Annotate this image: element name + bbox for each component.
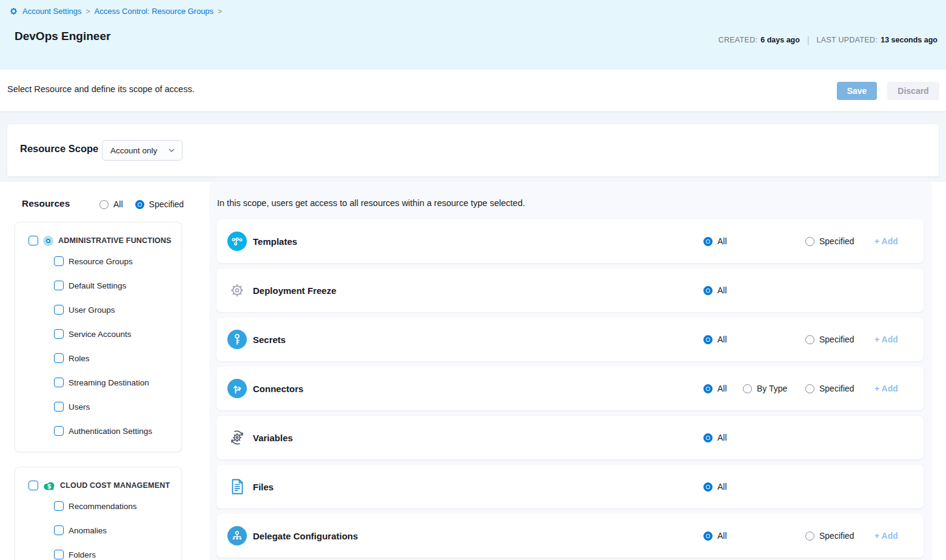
radio-resources-all[interactable]: All	[99, 199, 123, 209]
module-header-administrative-functions: ADMINISTRATIVE FUNCTIONS	[15, 232, 181, 249]
option-secrets-all[interactable]: All	[703, 335, 727, 344]
radio-connectors-specified[interactable]	[805, 384, 814, 393]
option-connectors-specified[interactable]: Specified	[805, 384, 854, 393]
resource-item-label: Folders	[69, 550, 96, 559]
option-connectors-by-type[interactable]: By Type	[743, 384, 787, 393]
radio-resources-specified[interactable]: Specified	[135, 199, 184, 209]
option-label: Specified	[819, 531, 854, 541]
radio-secrets-specified[interactable]	[805, 335, 814, 344]
resource-item-authentication-settings: Authentication Settings	[15, 419, 181, 443]
resource-scope-label: Resource Scope	[20, 143, 98, 155]
option-label: Specified	[819, 384, 854, 393]
radio-variables-all[interactable]	[703, 433, 713, 442]
breadcrumb-separator: >	[218, 7, 222, 16]
checkbox-service-accounts[interactable]	[54, 329, 64, 339]
resource-item-resource-groups: Resource Groups	[15, 249, 181, 273]
radio-files-all[interactable]	[703, 482, 713, 492]
option-label: All	[717, 433, 727, 442]
resource-item-label: Authentication Settings	[69, 427, 152, 436]
radio-connectors-by-type[interactable]	[743, 384, 752, 393]
option-variables-all[interactable]: All	[703, 433, 727, 442]
discard-button[interactable]: Discard	[887, 82, 939, 100]
checkbox-users[interactable]	[54, 402, 64, 412]
connectors-icon	[227, 379, 247, 398]
created-label: CREATED:	[719, 36, 758, 44]
secrets-icon	[227, 330, 247, 349]
module-header-cloud-cost-management: $CLOUD COST MANAGEMENT	[15, 477, 181, 494]
resource-item-label: Anomalies	[69, 526, 107, 535]
radio-templates-specified[interactable]	[805, 237, 814, 246]
module-label: CLOUD COST MANAGEMENT	[60, 481, 170, 490]
checkbox-folders[interactable]	[54, 550, 64, 559]
resource-item-user-groups: User Groups	[15, 298, 181, 322]
resource-row-delegate-configurations: Delegate ConfigurationsAllSpecified+ Add	[216, 514, 924, 558]
module-label: ADMINISTRATIVE FUNCTIONS	[58, 236, 172, 245]
checkbox-cloud-cost-management[interactable]	[29, 481, 38, 490]
resources-mode-radios: All Specified	[99, 199, 184, 209]
radio-templates-all[interactable]	[703, 237, 713, 246]
radio-deployment-freeze-all[interactable]	[703, 286, 713, 295]
option-label: All	[717, 335, 727, 344]
resource-item-service-accounts: Service Accounts	[15, 322, 181, 346]
option-label: All	[717, 482, 727, 492]
radio-all-control[interactable]	[99, 200, 109, 209]
save-button[interactable]: Save	[837, 82, 877, 100]
option-connectors-all[interactable]: All	[703, 384, 727, 393]
resource-item-label: Roles	[69, 354, 90, 363]
resource-scope-dropdown[interactable]: Account only	[102, 140, 183, 161]
breadcrumb-access-control[interactable]: Access Control: Resource Groups	[95, 7, 214, 16]
resource-item-label: Users	[69, 402, 90, 412]
option-deployment-freeze-all[interactable]: All	[703, 285, 727, 295]
resource-item-streaming-destination: Streaming Destination	[15, 370, 181, 395]
option-label: All	[717, 285, 727, 295]
files-icon	[227, 477, 247, 496]
checkbox-anomalies[interactable]	[54, 525, 64, 535]
option-label: All	[717, 531, 727, 541]
resource-item-label: Streaming Destination	[69, 378, 149, 387]
option-templates-all[interactable]: All	[703, 236, 727, 246]
resource-types-panel: In this scope, users get access to all r…	[209, 182, 932, 560]
option-label: Specified	[819, 236, 854, 246]
option-label: All	[717, 384, 727, 393]
radio-specified-control[interactable]	[135, 200, 144, 209]
checkbox-recommendations[interactable]	[54, 501, 64, 511]
add-button-delegate-configurations[interactable]: + Add	[874, 531, 898, 541]
resource-item-label: User Groups	[69, 305, 115, 315]
toolbar-description: Select Resource and define its scope of …	[7, 84, 195, 94]
checkbox-administrative-functions[interactable]	[29, 236, 38, 245]
resource-scope-card: Resource Scope Account only	[7, 124, 939, 176]
checkbox-streaming-destination[interactable]	[54, 378, 64, 387]
add-button-templates[interactable]: + Add	[874, 236, 898, 246]
checkbox-user-groups[interactable]	[54, 305, 64, 315]
checkbox-default-settings[interactable]	[54, 281, 64, 290]
resource-item-label: Recommendations	[69, 502, 137, 511]
radio-secrets-all[interactable]	[703, 335, 713, 344]
option-delegate-configurations-all[interactable]: All	[703, 531, 727, 541]
resource-row-deployment-freeze: Deployment FreezeAll	[216, 268, 924, 312]
option-files-all[interactable]: All	[703, 482, 727, 492]
checkbox-resource-groups[interactable]	[54, 256, 64, 266]
resource-row-connectors: ConnectorsAllBy TypeSpecified+ Add	[216, 367, 924, 410]
option-delegate-configurations-specified[interactable]: Specified	[805, 531, 854, 541]
radio-connectors-all[interactable]	[703, 384, 713, 393]
resource-row-templates: TemplatesAllSpecified+ Add	[216, 219, 924, 263]
deployment-freeze-icon	[227, 281, 247, 300]
option-templates-specified[interactable]: Specified	[805, 236, 854, 246]
option-secrets-specified[interactable]: Specified	[805, 335, 854, 344]
updated-value: 13 seconds ago	[881, 36, 938, 44]
resource-row-variables: VariablesAll	[216, 416, 924, 459]
checkbox-authentication-settings[interactable]	[54, 426, 64, 436]
radio-specified-label: Specified	[149, 199, 184, 209]
radio-delegate-configurations-specified[interactable]	[805, 532, 814, 541]
breadcrumb-account-settings[interactable]: Account Settings	[22, 7, 82, 16]
add-button-connectors[interactable]: + Add	[874, 384, 898, 393]
resource-row-files: FilesAll	[216, 465, 924, 508]
chevron-down-icon	[168, 147, 175, 154]
resources-title: Resources	[22, 198, 70, 209]
radio-delegate-configurations-all[interactable]	[703, 532, 713, 541]
resource-item-label: Service Accounts	[69, 330, 132, 339]
variables-icon	[227, 428, 247, 447]
checkbox-roles[interactable]	[54, 353, 64, 363]
add-button-secrets[interactable]: + Add	[874, 335, 898, 344]
option-label: All	[717, 236, 727, 246]
